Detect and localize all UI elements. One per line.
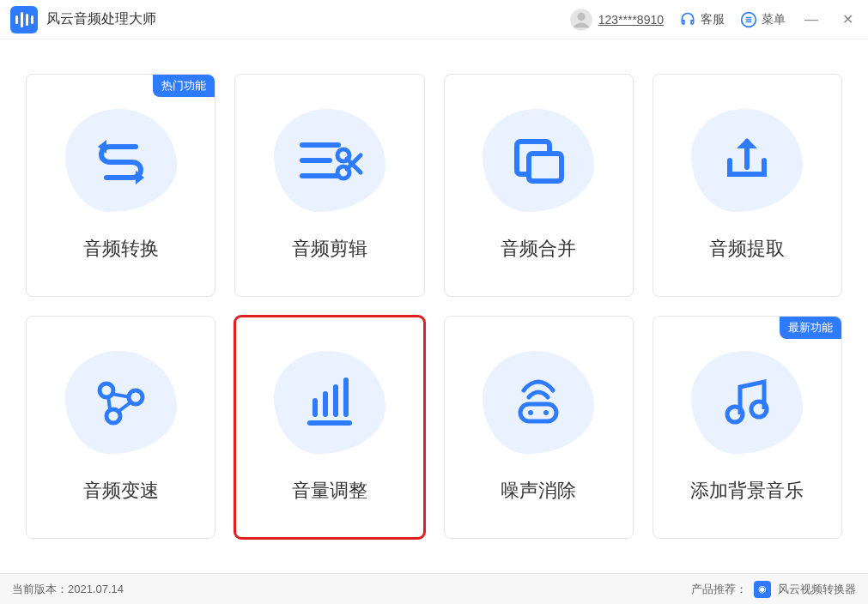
feature-grid: 热门功能 音频转换 音频剪辑 音频合并 音频提取 音频变速 音量调整 [0,39,868,573]
card-audio-merge[interactable]: 音频合并 [444,74,634,297]
svg-point-21 [528,410,533,415]
version-label: 当前版本：2021.07.14 [12,582,124,597]
card-label: 音频转换 [83,236,159,262]
card-noise-removal[interactable]: 噪声消除 [444,316,634,539]
card-label: 音频变速 [83,478,159,504]
card-audio-convert[interactable]: 热门功能 音频转换 [26,74,215,297]
close-button[interactable]: ✕ [837,11,858,27]
card-label: 添加背景音乐 [690,478,804,504]
card-audio-cut[interactable]: 音频剪辑 [234,74,424,297]
titlebar-right: 123****8910 客服 菜单 — ✕ [569,8,858,32]
volume-icon [274,351,385,454]
avatar-icon [569,8,593,32]
recommend-label: 产品推荐： [691,582,747,597]
noise-icon [483,351,594,454]
menu-icon [740,11,757,28]
app-logo [10,6,38,33]
headset-icon [679,11,696,28]
user-account[interactable]: 123****8910 [569,8,664,32]
card-label: 音频合并 [501,236,576,262]
card-label: 音量调整 [292,478,367,504]
logo-bars-icon [15,12,33,27]
support-button[interactable]: 客服 [679,11,725,28]
recommend-icon[interactable]: ◉ [754,581,771,598]
titlebar: 风云音频处理大师 123****8910 客服 菜单 — ✕ [0,0,868,39]
user-id[interactable]: 123****8910 [598,13,664,27]
convert-icon [65,109,177,212]
statusbar-right: 产品推荐： ◉ 风云视频转换器 [691,581,856,598]
badge-new: 最新功能 [780,317,841,339]
cut-icon [274,109,385,212]
card-volume-adjust[interactable]: 音量调整 [234,316,424,539]
svg-rect-20 [520,404,556,421]
card-audio-speed[interactable]: 音频变速 [26,316,215,539]
svg-point-1 [577,12,585,20]
speed-icon [65,351,177,454]
svg-rect-11 [529,154,561,181]
menu-label: 菜单 [762,12,786,27]
card-add-bgm[interactable]: 最新功能 添加背景音乐 [653,316,842,539]
card-label: 音频剪辑 [292,236,367,262]
support-label: 客服 [701,12,725,27]
music-icon [691,351,803,454]
card-label: 音频提取 [709,236,785,262]
minimize-button[interactable]: — [801,12,822,27]
recommend-product[interactable]: 风云视频转换器 [778,582,856,597]
svg-point-22 [543,410,549,415]
merge-icon [483,109,594,212]
menu-button[interactable]: 菜单 [740,11,786,28]
badge-hot: 热门功能 [153,75,215,97]
card-label: 噪声消除 [501,478,576,504]
svg-point-13 [129,390,143,404]
app-title: 风云音频处理大师 [46,10,156,28]
statusbar: 当前版本：2021.07.14 产品推荐： ◉ 风云视频转换器 [0,573,868,604]
svg-point-12 [100,384,113,397]
extract-icon [691,109,803,212]
card-audio-extract[interactable]: 音频提取 [653,74,842,297]
